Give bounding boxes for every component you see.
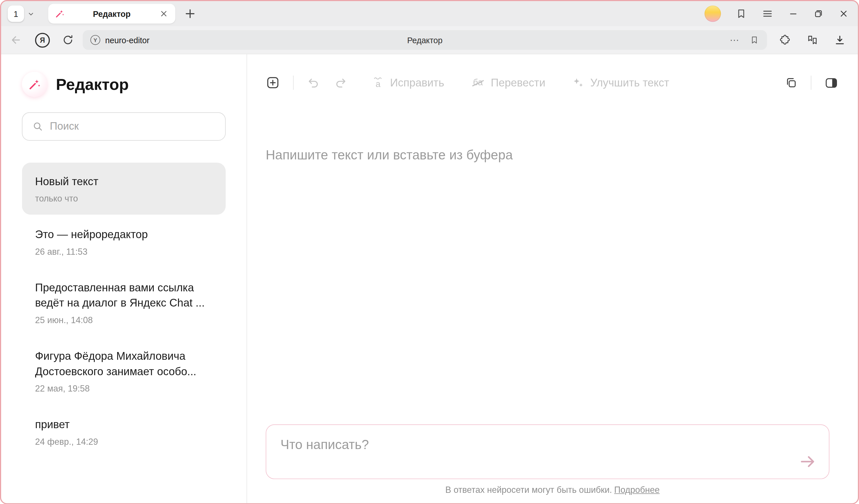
prompt-box [266, 424, 829, 479]
document-item[interactable]: привет 24 февр., 14:29 [22, 406, 226, 458]
spellcheck-icon: а [371, 77, 385, 89]
prompt-area [247, 424, 858, 479]
document-title: Это — нейроредактор [35, 227, 212, 242]
send-arrow-icon[interactable] [798, 452, 817, 471]
search-box [22, 112, 226, 140]
search-icon [32, 121, 43, 132]
search-input[interactable] [50, 121, 215, 133]
document-item-selected[interactable]: Новый текст только что [22, 163, 226, 215]
page-title: Редактор [83, 35, 767, 45]
window-minimize-button[interactable] [788, 8, 799, 19]
address-bar-actions: ⋯ [729, 35, 759, 45]
toolbar-divider [293, 76, 294, 90]
document-title: Новый текст [35, 174, 212, 189]
yandex-home-button[interactable]: Я [35, 33, 50, 47]
tab-close-icon[interactable] [159, 9, 169, 19]
wand-favicon-icon [55, 9, 64, 19]
document-item[interactable]: Это — нейроредактор 26 авг., 11:53 [22, 216, 226, 268]
toolbar-divider [811, 76, 812, 90]
fix-text-label: Исправить [390, 76, 444, 89]
document-meta: 26 авг., 11:53 [35, 247, 212, 257]
translate-icon: ба [470, 77, 485, 89]
user-avatar[interactable] [704, 5, 721, 22]
chevron-down-icon [27, 10, 34, 17]
translate-label: Перевести [491, 76, 545, 89]
document-title: привет [35, 417, 212, 432]
sidebar-bookmark-icon[interactable] [735, 8, 747, 20]
site-icon: Y [90, 35, 100, 45]
sparkles-icon [572, 76, 585, 89]
tab-bar: 1 Редактор [1, 1, 858, 26]
improve-text-label: Улучшить текст [590, 76, 669, 89]
toolbar-right-controls [785, 76, 839, 90]
browser-tab[interactable]: Редактор [48, 4, 175, 24]
screen: 1 Редактор [0, 0, 859, 504]
tab-list-chevron-button[interactable] [24, 5, 37, 22]
window-restore-button[interactable] [813, 8, 824, 19]
editor-canvas[interactable]: Напишите текст или вставьте из буфера [247, 97, 858, 424]
copy-icon[interactable] [785, 76, 798, 89]
document-meta: 24 февр., 14:29 [35, 437, 212, 447]
document-title: Фигура Фёдора Михайловича Достоевского з… [35, 348, 212, 379]
document-item[interactable]: Предоставленная вами ссылка ведёт на диа… [22, 269, 226, 336]
improve-text-button[interactable]: Улучшить текст [572, 76, 669, 89]
document-item[interactable]: Фигура Фёдора Михайловича Достоевского з… [22, 337, 226, 405]
nav-bar-right-controls [779, 34, 849, 46]
redo-icon[interactable] [334, 76, 347, 89]
document-title: Предоставленная вами ссылка ведёт на диа… [35, 280, 212, 310]
browser-window: 1 Редактор [0, 0, 859, 504]
plus-icon [183, 6, 197, 21]
downloads-icon[interactable] [834, 34, 846, 46]
ai-disclaimer: В ответах нейросети могут быть ошибки.По… [247, 479, 858, 503]
window-close-button[interactable] [838, 8, 849, 19]
undo-icon[interactable] [307, 76, 320, 89]
tab-bar-right-controls [704, 5, 851, 22]
panel-toggle-icon[interactable] [824, 76, 838, 90]
translate-button[interactable]: ба Перевести [470, 76, 545, 89]
back-button[interactable] [10, 34, 22, 46]
prompt-input[interactable] [266, 425, 829, 478]
app-logo: Редактор [22, 72, 226, 97]
document-meta: 25 июн., 14:08 [35, 316, 212, 325]
collections-icon[interactable] [806, 34, 818, 46]
bookmark-flag-icon[interactable] [749, 35, 759, 45]
document-meta: 22 мая, 19:58 [35, 384, 212, 394]
menu-hamburger-icon[interactable] [762, 8, 773, 20]
disclaimer-link[interactable]: Подробнее [614, 485, 660, 494]
new-document-icon[interactable] [266, 76, 280, 90]
tab-counter-button[interactable]: 1 [8, 5, 24, 22]
sidebar: Редактор Новый текст только что [1, 54, 247, 503]
editor-pane: а Исправить ба Перевести [247, 54, 858, 503]
address-bar[interactable]: Y neuro-editor Редактор ⋯ [83, 30, 767, 50]
url-text: neuro-editor [105, 35, 149, 45]
navigation-bar: Я Y neuro-editor Редактор ⋯ [1, 26, 858, 54]
editor-placeholder: Напишите текст или вставьте из буфера [266, 148, 838, 163]
document-list: Новый текст только что Это — нейроредакт… [22, 163, 226, 458]
wand-logo-icon [22, 72, 47, 97]
fix-text-button[interactable]: а Исправить [371, 76, 444, 89]
reload-button[interactable] [62, 34, 74, 46]
more-actions-icon[interactable]: ⋯ [729, 35, 739, 45]
tab-title: Редактор [69, 9, 154, 19]
document-meta: только что [35, 194, 212, 203]
extensions-puzzle-icon[interactable] [779, 34, 791, 46]
page-content: Редактор Новый текст только что [1, 54, 858, 503]
app-title: Редактор [56, 75, 129, 93]
editor-toolbar: а Исправить ба Перевести [247, 68, 858, 97]
new-tab-button[interactable] [183, 6, 197, 21]
disclaimer-text: В ответах нейросети могут быть ошибки. [445, 485, 612, 494]
